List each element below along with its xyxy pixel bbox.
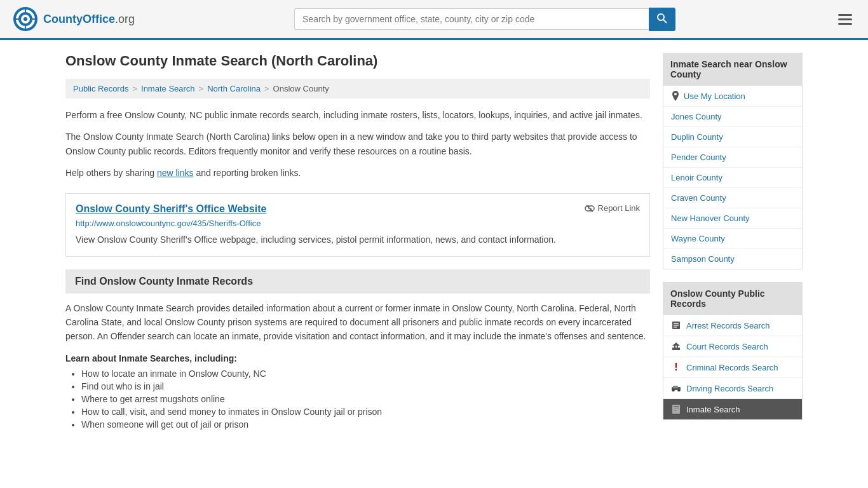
svg-rect-16 (674, 327, 677, 328)
nearby-county-item[interactable]: Sampson County (663, 249, 802, 269)
nearby-county-item[interactable]: Wayne County (663, 229, 802, 249)
nearby-title: Inmate Search near Onslow County (663, 53, 803, 86)
svg-rect-15 (674, 325, 679, 326)
logo-icon (13, 6, 38, 32)
criminal-icon: ! (671, 362, 681, 372)
arrest-records-link[interactable]: Arrest Records Search (686, 321, 770, 330)
nearby-county-link[interactable]: Craven County (671, 193, 726, 203)
nearby-county-link[interactable]: Wayne County (671, 234, 725, 243)
nearby-county-item[interactable]: New Hanover County (663, 208, 802, 229)
inmate-icon (671, 404, 681, 414)
list-item: Where to get arrest mugshots online (81, 394, 650, 404)
link-description: View Onslow County Sheriff's Office webp… (76, 233, 640, 247)
svg-rect-27 (674, 409, 679, 409)
list-item: How to call, visit, and send money to in… (81, 407, 650, 417)
breadcrumb-north-carolina[interactable]: North Carolina (207, 84, 261, 93)
svg-rect-22 (673, 386, 678, 388)
svg-point-12 (674, 93, 677, 95)
nearby-county-item[interactable]: Jones County (663, 107, 802, 127)
find-records-header: Find Onslow County Inmate Records (65, 269, 650, 294)
logo[interactable]: CountyOffice.org (13, 6, 135, 32)
nearby-county-link[interactable]: Lenoir County (671, 173, 722, 182)
link-card-title[interactable]: Onslow County Sheriff's Office Website (76, 203, 266, 215)
menu-line (838, 18, 852, 20)
svg-rect-17 (672, 348, 680, 350)
svg-rect-14 (674, 323, 679, 324)
report-link-button[interactable]: Report Link (585, 203, 640, 214)
nearby-county-item[interactable]: Pender County (663, 147, 802, 168)
breadcrumb: Public Records > Inmate Search > North C… (65, 79, 650, 98)
arrest-records-item[interactable]: Arrest Records Search (663, 315, 802, 336)
criminal-records-link[interactable]: Criminal Records Search (686, 363, 778, 372)
search-icon (657, 13, 667, 24)
nearby-section: Inmate Search near Onslow County Use My … (663, 53, 803, 269)
use-location-link[interactable]: Use My Location (684, 92, 745, 101)
criminal-records-item[interactable]: ! Criminal Records Search (663, 357, 802, 378)
driving-records-link[interactable]: Driving Records Search (686, 384, 773, 393)
court-records-link[interactable]: Court Records Search (686, 342, 768, 351)
page-title: Onslow County Inmate Search (North Carol… (65, 53, 650, 69)
breadcrumb-sep: > (199, 84, 204, 93)
breadcrumb-inmate-search[interactable]: Inmate Search (141, 84, 195, 93)
public-records-list: Arrest Records Search Court Records Sear… (663, 315, 803, 420)
nearby-county-item[interactable]: Lenoir County (663, 168, 802, 188)
driving-icon (671, 383, 681, 393)
breadcrumb-sep: > (264, 84, 269, 93)
nearby-county-link[interactable]: Pender County (671, 152, 726, 162)
description-1: Perform a free Onslow County, NC public … (65, 108, 650, 122)
nearby-list: Use My Location Jones County Duplin Coun… (663, 86, 803, 269)
driving-records-item[interactable]: Driving Records Search (663, 378, 802, 399)
svg-line-10 (663, 20, 667, 23)
nearby-county-link[interactable]: Jones County (671, 112, 722, 121)
court-icon (671, 341, 681, 351)
svg-point-4 (24, 17, 27, 21)
nearby-county-link[interactable]: New Hanover County (671, 214, 750, 223)
svg-point-24 (678, 390, 681, 392)
use-location-item[interactable]: Use My Location (663, 86, 802, 107)
inmate-search-item[interactable]: Inmate Search (663, 399, 802, 419)
new-links-link[interactable]: new links (157, 168, 194, 178)
description-2: The Onslow County Inmate Search (North C… (65, 130, 650, 158)
find-records-body: A Onslow County Inmate Search provides d… (65, 301, 650, 344)
svg-point-9 (658, 14, 664, 20)
list-item: Find out who is in jail (81, 381, 650, 391)
svg-rect-26 (674, 406, 679, 407)
bullet-list: How to locate an inmate in Onslow County… (65, 369, 650, 430)
menu-button[interactable] (835, 11, 855, 28)
nearby-county-item[interactable]: Duplin County (663, 127, 802, 147)
svg-rect-28 (674, 410, 677, 411)
description-3: Help others by sharing new links and rep… (65, 166, 650, 180)
breadcrumb-sep: > (132, 84, 137, 93)
search-button[interactable] (649, 8, 675, 31)
link-card: Onslow County Sheriff's Office Website R… (65, 193, 650, 257)
learn-header: Learn about Inmate Searches, including: (65, 353, 650, 363)
breadcrumb-current: Onslow County (273, 84, 329, 93)
link-url[interactable]: http://www.onslowcountync.gov/435/Sherif… (76, 219, 640, 228)
svg-rect-19 (677, 346, 678, 348)
menu-line (838, 14, 852, 16)
search-input[interactable] (294, 8, 649, 30)
svg-marker-20 (672, 342, 680, 346)
breadcrumb-public-records[interactable]: Public Records (73, 84, 128, 93)
public-records-section: Onslow County Public Records Arrest Reco… (663, 282, 803, 420)
svg-rect-18 (674, 346, 675, 348)
inmate-search-link[interactable]: Inmate Search (686, 405, 740, 414)
find-records-section: Find Onslow County Inmate Records A Onsl… (65, 269, 650, 430)
court-records-item[interactable]: Court Records Search (663, 336, 802, 357)
nearby-county-link[interactable]: Duplin County (671, 132, 723, 142)
location-pin-icon (671, 91, 680, 101)
svg-point-23 (672, 390, 675, 392)
public-records-title: Onslow County Public Records (663, 282, 803, 315)
list-item: When someone will get out of jail or pri… (81, 419, 650, 430)
nearby-county-link[interactable]: Sampson County (671, 254, 735, 264)
arrest-icon (671, 320, 681, 330)
report-link-label: Report Link (598, 203, 640, 213)
nearby-county-item[interactable]: Craven County (663, 188, 802, 208)
logo-text: CountyOffice.org (43, 13, 135, 26)
menu-line (838, 23, 852, 25)
broken-link-icon (585, 203, 595, 214)
list-item: How to locate an inmate in Onslow County… (81, 369, 650, 379)
